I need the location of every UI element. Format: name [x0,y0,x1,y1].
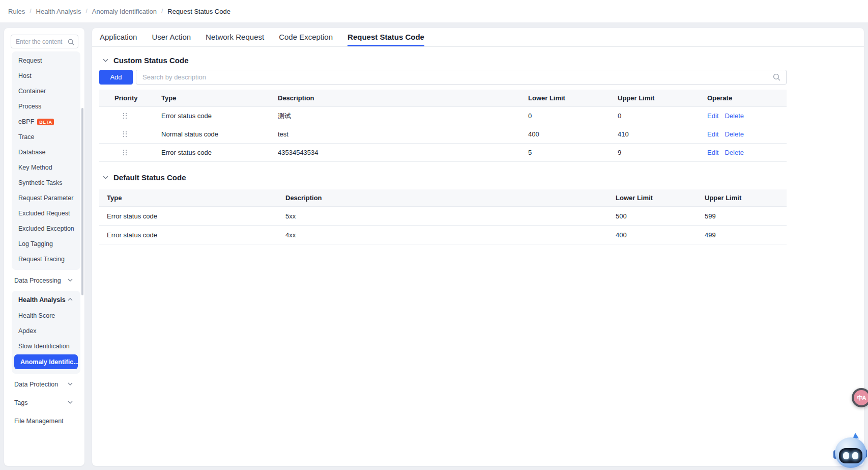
sidebar-item-log-tagging[interactable]: Log Tagging [12,236,80,252]
edit-link[interactable]: Edit [707,149,718,156]
beta-badge: BETA [37,119,54,125]
sidebar-item-label: Excluded Request [18,210,70,217]
sidebar-item-label: Request Parameter [18,195,73,202]
sidebar-group-tags[interactable]: Tags [4,394,84,412]
cell-description: 测试 [278,112,528,121]
breadcrumb-separator: / [30,8,31,15]
delete-link[interactable]: Delete [725,112,744,120]
sidebar-item-label: Host [18,72,32,79]
cell-description: 43534543534 [278,149,528,156]
sidebar-item-label: Process [18,103,41,110]
sidebar-search [11,35,78,48]
sidebar-group-health-analysis-header[interactable]: Health Analysis [12,292,80,308]
sidebar-item-label: Key Method [18,164,52,171]
delete-link[interactable]: Delete [725,149,744,156]
sidebar-item-label: Database [18,149,46,156]
tab-user-action[interactable]: User Action [152,28,191,46]
tab-bar: Application User Action Network Request … [92,28,864,47]
description-search-input[interactable] [136,70,787,85]
drag-handle-icon[interactable] [122,149,127,156]
chevron-up-icon [67,296,73,304]
tab-request-status-code[interactable]: Request Status Code [348,28,424,46]
sidebar-item-label: Container [18,88,46,95]
sidebar-item-label: Request Tracing [18,256,65,263]
tab-network-request[interactable]: Network Request [206,28,264,46]
sidebar-group-label: Tags [14,399,27,406]
sidebar-item-request-tracing[interactable]: Request Tracing [12,252,80,267]
sidebar-item-label: Trace [18,133,35,141]
sidebar-item-ebpf[interactable]: eBPF BETA [12,114,80,129]
sidebar-item-host[interactable]: Host [12,68,80,84]
sidebar-item-apdex[interactable]: Apdex [12,323,80,339]
cell-upper-limit: 0 [618,112,707,120]
assistant-robot-button[interactable] [833,433,868,470]
sidebar-item-trace[interactable]: Trace [12,129,80,145]
section-title: Default Status Code [113,173,186,182]
table-row: Error status code 43534543534 5 9 Edit D… [99,144,787,162]
sidebar-item-label: Anomaly Identific... [20,358,79,366]
sidebar-item-request-parameter[interactable]: Request Parameter [12,190,80,206]
sidebar-item-request[interactable]: Request [12,53,80,68]
sidebar-item-excluded-exception[interactable]: Excluded Exception [12,221,80,236]
edit-link[interactable]: Edit [707,130,718,138]
drag-handle-icon[interactable] [122,113,127,120]
cell-type: Error status code [161,112,278,120]
sidebar-group-label: Health Analysis [18,296,66,303]
custom-status-code-section-header: Custom Status Code [99,53,787,67]
breadcrumb-item-rules[interactable]: Rules [8,8,25,15]
sidebar-item-file-management[interactable]: File Management [4,412,84,430]
sidebar-group-label: Data Processing [14,277,61,284]
sidebar-item-key-method[interactable]: Key Method [12,160,80,175]
sidebar-group-data-processing[interactable]: Data Processing [4,271,84,290]
drag-handle-icon[interactable] [122,131,127,138]
sidebar-item-label: Health Score [18,312,55,319]
tab-content: Custom Status Code Add Priority Type Des… [92,53,787,244]
cell-upper-limit: 410 [618,130,707,138]
sidebar-item-anomaly-identification-selected[interactable]: Anomaly Identific... [14,354,78,369]
custom-status-toolbar: Add [99,70,787,85]
breadcrumb-separator: / [161,8,163,15]
tab-code-exception[interactable]: Code Exception [279,28,333,46]
sidebar-group-data-protection[interactable]: Data Protection [4,375,84,394]
sidebar-item-excluded-request[interactable]: Excluded Request [12,206,80,221]
robot-face-icon [839,448,862,463]
sidebar-item-container[interactable]: Container [12,84,80,99]
translate-button[interactable]: 中A [852,388,868,407]
cell-description: test [278,130,528,138]
sidebar-scrollbar-thumb[interactable] [81,108,83,295]
sidebar-group-health-analysis: Health Analysis Health Score Apdex Slow … [12,291,80,374]
main-panel: Application User Action Network Request … [92,28,864,466]
column-header-lower-limit: Lower Limit [616,194,705,202]
cell-lower-limit: 400 [528,130,618,138]
column-header-description: Description [278,94,528,102]
table-header-row: Priority Type Description Lower Limit Up… [99,90,787,107]
breadcrumb-item-health-analysis[interactable]: Health Analysis [36,8,81,15]
column-header-operate: Operate [707,94,787,102]
table-row: Normal status code test 400 410 Edit Del… [99,125,787,144]
edit-link[interactable]: Edit [707,112,718,120]
sidebar-item-synthetic-tasks[interactable]: Synthetic Tasks [12,175,80,190]
search-icon [68,38,74,47]
sidebar-item-label: eBPF [18,118,34,125]
robot-eye-icon [852,452,858,459]
chevron-down-icon[interactable] [102,174,109,181]
sidebar-item-label: Request [18,57,42,64]
sidebar-item-slow-identification[interactable]: Slow Identification [12,339,80,354]
sidebar-item-label: Log Tagging [18,240,53,247]
add-button[interactable]: Add [99,70,133,85]
default-status-code-section-header: Default Status Code [99,170,787,184]
cell-description: 5xx [285,212,616,220]
sidebar-item-database[interactable]: Database [12,145,80,160]
breadcrumb-item-anomaly-identification[interactable]: Anomaly Identification [92,8,157,15]
description-search [136,70,787,85]
chevron-down-icon[interactable] [102,57,109,64]
sidebar-item-process[interactable]: Process [12,99,80,114]
cell-upper-limit: 499 [705,231,787,239]
search-icon [773,73,780,83]
delete-link[interactable]: Delete [725,130,744,138]
column-header-upper-limit: Upper Limit [618,94,707,102]
sidebar-item-health-score[interactable]: Health Score [12,308,80,323]
tab-application[interactable]: Application [100,28,137,46]
table-row: Error status code 测试 0 0 Edit Delete [99,107,787,125]
cell-lower-limit: 400 [616,231,705,239]
